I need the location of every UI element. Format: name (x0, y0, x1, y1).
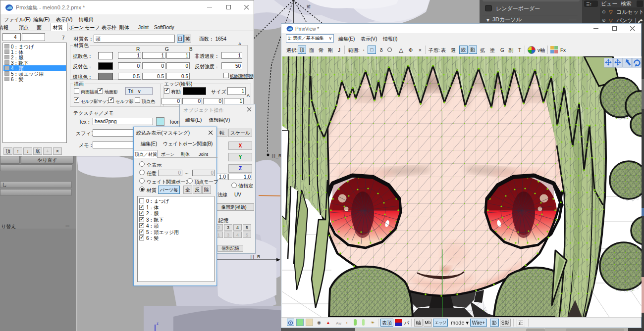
svg-text:前: 前 (307, 4, 311, 9)
svg-text:目_R: 目_R (250, 254, 261, 259)
svg-text:z: z (157, 321, 159, 326)
svg-text:目_R: 目_R (271, 153, 282, 158)
